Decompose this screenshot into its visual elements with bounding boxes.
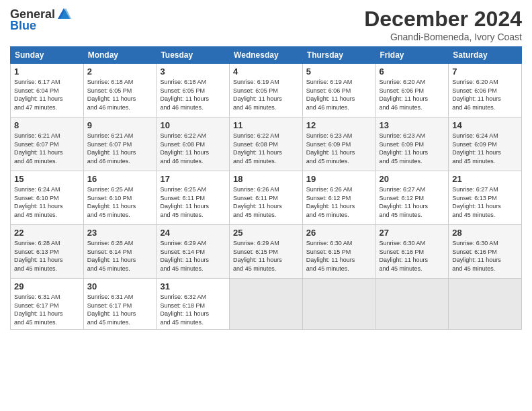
day-info: Sunrise: 6:31 AM Sunset: 6:17 PM Dayligh… [87, 293, 153, 326]
day-info: Sunrise: 6:18 AM Sunset: 6:05 PM Dayligh… [87, 78, 153, 111]
table-row: 25Sunrise: 6:29 AM Sunset: 6:15 PM Dayli… [230, 225, 303, 279]
table-row: 26Sunrise: 6:30 AM Sunset: 6:15 PM Dayli… [302, 225, 375, 279]
day-info: Sunrise: 6:31 AM Sunset: 6:17 PM Dayligh… [14, 293, 80, 326]
calendar-week-1: 1Sunrise: 6:17 AM Sunset: 6:04 PM Daylig… [11, 64, 522, 118]
table-row [302, 279, 375, 330]
table-row: 29Sunrise: 6:31 AM Sunset: 6:17 PM Dayli… [11, 279, 84, 330]
table-row: 11Sunrise: 6:22 AM Sunset: 6:08 PM Dayli… [230, 118, 303, 171]
table-row: 12Sunrise: 6:23 AM Sunset: 6:09 PM Dayli… [302, 118, 375, 171]
day-number: 22 [14, 228, 80, 238]
col-friday: Friday [375, 47, 449, 64]
day-number: 7 [452, 66, 518, 77]
table-row: 28Sunrise: 6:30 AM Sunset: 6:16 PM Dayli… [449, 225, 522, 279]
day-number: 8 [14, 120, 80, 130]
calendar-week-5: 29Sunrise: 6:31 AM Sunset: 6:17 PM Dayli… [11, 279, 522, 330]
day-info: Sunrise: 6:30 AM Sunset: 6:16 PM Dayligh… [452, 239, 518, 273]
day-info: Sunrise: 6:25 AM Sunset: 6:10 PM Dayligh… [87, 185, 153, 219]
day-number: 11 [233, 120, 299, 130]
day-info: Sunrise: 6:32 AM Sunset: 6:18 PM Dayligh… [160, 293, 226, 326]
day-number: 29 [14, 281, 80, 291]
day-number: 24 [160, 228, 226, 238]
table-row: 10Sunrise: 6:22 AM Sunset: 6:08 PM Dayli… [157, 118, 230, 171]
col-monday: Monday [83, 47, 157, 64]
table-row: 19Sunrise: 6:26 AM Sunset: 6:12 PM Dayli… [302, 171, 375, 225]
col-wednesday: Wednesday [230, 47, 303, 64]
col-thursday: Thursday [302, 47, 375, 64]
table-row [375, 279, 449, 330]
day-info: Sunrise: 6:21 AM Sunset: 6:07 PM Dayligh… [87, 132, 153, 165]
day-info: Sunrise: 6:24 AM Sunset: 6:09 PM Dayligh… [452, 132, 518, 165]
day-number: 4 [233, 66, 299, 77]
header: General Blue December 2024 Gnandi-Bomene… [10, 7, 522, 42]
logo-blue: Blue [10, 19, 36, 33]
day-info: Sunrise: 6:17 AM Sunset: 6:04 PM Dayligh… [14, 78, 80, 111]
table-row: 8Sunrise: 6:21 AM Sunset: 6:07 PM Daylig… [11, 118, 84, 171]
day-info: Sunrise: 6:18 AM Sunset: 6:05 PM Dayligh… [160, 78, 226, 111]
table-row: 31Sunrise: 6:32 AM Sunset: 6:18 PM Dayli… [157, 279, 230, 330]
col-tuesday: Tuesday [157, 47, 230, 64]
day-info: Sunrise: 6:26 AM Sunset: 6:12 PM Dayligh… [306, 185, 372, 219]
calendar-week-4: 22Sunrise: 6:28 AM Sunset: 6:13 PM Dayli… [11, 225, 522, 279]
day-info: Sunrise: 6:27 AM Sunset: 6:13 PM Dayligh… [452, 185, 518, 219]
day-info: Sunrise: 6:29 AM Sunset: 6:14 PM Dayligh… [160, 239, 226, 273]
day-number: 13 [380, 120, 445, 130]
day-number: 1 [14, 66, 80, 77]
day-number: 31 [160, 281, 226, 291]
table-row: 27Sunrise: 6:30 AM Sunset: 6:16 PM Dayli… [375, 225, 449, 279]
table-row [230, 279, 303, 330]
day-info: Sunrise: 6:22 AM Sunset: 6:08 PM Dayligh… [160, 132, 226, 165]
page: General Blue December 2024 Gnandi-Bomene… [0, 0, 532, 411]
calendar-header-row: Sunday Monday Tuesday Wednesday Thursday… [11, 47, 522, 64]
day-info: Sunrise: 6:19 AM Sunset: 6:05 PM Dayligh… [233, 78, 299, 111]
day-number: 19 [306, 174, 372, 184]
day-info: Sunrise: 6:19 AM Sunset: 6:06 PM Dayligh… [306, 78, 372, 111]
day-info: Sunrise: 6:26 AM Sunset: 6:11 PM Dayligh… [233, 185, 299, 219]
table-row: 1Sunrise: 6:17 AM Sunset: 6:04 PM Daylig… [11, 64, 84, 118]
table-row: 20Sunrise: 6:27 AM Sunset: 6:12 PM Dayli… [375, 171, 449, 225]
table-row: 2Sunrise: 6:18 AM Sunset: 6:05 PM Daylig… [83, 64, 157, 118]
location-title: Gnandi-Bomeneda, Ivory Coast [364, 32, 522, 42]
table-row: 14Sunrise: 6:24 AM Sunset: 6:09 PM Dayli… [449, 118, 522, 171]
table-row: 17Sunrise: 6:25 AM Sunset: 6:11 PM Dayli… [157, 171, 230, 225]
day-info: Sunrise: 6:23 AM Sunset: 6:09 PM Dayligh… [380, 132, 445, 165]
table-row: 13Sunrise: 6:23 AM Sunset: 6:09 PM Dayli… [375, 118, 449, 171]
day-info: Sunrise: 6:29 AM Sunset: 6:15 PM Dayligh… [233, 239, 299, 273]
table-row: 15Sunrise: 6:24 AM Sunset: 6:10 PM Dayli… [11, 171, 84, 225]
logo: General Blue [10, 7, 71, 33]
table-row: 6Sunrise: 6:20 AM Sunset: 6:06 PM Daylig… [375, 64, 449, 118]
day-number: 9 [87, 120, 153, 130]
day-number: 26 [306, 228, 372, 238]
day-info: Sunrise: 6:24 AM Sunset: 6:10 PM Dayligh… [14, 185, 80, 219]
day-info: Sunrise: 6:30 AM Sunset: 6:16 PM Dayligh… [380, 239, 445, 273]
day-info: Sunrise: 6:22 AM Sunset: 6:08 PM Dayligh… [233, 132, 299, 165]
day-number: 30 [87, 281, 153, 291]
day-number: 16 [87, 174, 153, 184]
day-number: 15 [14, 174, 80, 184]
day-number: 28 [452, 228, 518, 238]
day-info: Sunrise: 6:20 AM Sunset: 6:06 PM Dayligh… [452, 78, 518, 111]
day-info: Sunrise: 6:28 AM Sunset: 6:14 PM Dayligh… [87, 239, 153, 273]
day-number: 14 [452, 120, 518, 130]
table-row [449, 279, 522, 330]
day-info: Sunrise: 6:23 AM Sunset: 6:09 PM Dayligh… [306, 132, 372, 165]
title-area: December 2024 Gnandi-Bomeneda, Ivory Coa… [364, 7, 522, 42]
calendar: Sunday Monday Tuesday Wednesday Thursday… [10, 46, 522, 330]
calendar-week-2: 8Sunrise: 6:21 AM Sunset: 6:07 PM Daylig… [11, 118, 522, 171]
table-row: 21Sunrise: 6:27 AM Sunset: 6:13 PM Dayli… [449, 171, 522, 225]
col-saturday: Saturday [449, 47, 522, 64]
day-number: 18 [233, 174, 299, 184]
table-row: 5Sunrise: 6:19 AM Sunset: 6:06 PM Daylig… [302, 64, 375, 118]
day-number: 25 [233, 228, 299, 238]
month-title: December 2024 [364, 7, 522, 32]
day-number: 23 [87, 228, 153, 238]
table-row: 24Sunrise: 6:29 AM Sunset: 6:14 PM Dayli… [157, 225, 230, 279]
logo-icon [56, 7, 71, 21]
calendar-week-3: 15Sunrise: 6:24 AM Sunset: 6:10 PM Dayli… [11, 171, 522, 225]
table-row: 30Sunrise: 6:31 AM Sunset: 6:17 PM Dayli… [83, 279, 157, 330]
day-info: Sunrise: 6:30 AM Sunset: 6:15 PM Dayligh… [306, 239, 372, 273]
table-row: 7Sunrise: 6:20 AM Sunset: 6:06 PM Daylig… [449, 64, 522, 118]
day-info: Sunrise: 6:25 AM Sunset: 6:11 PM Dayligh… [160, 185, 226, 219]
day-info: Sunrise: 6:28 AM Sunset: 6:13 PM Dayligh… [14, 239, 80, 273]
day-info: Sunrise: 6:21 AM Sunset: 6:07 PM Dayligh… [14, 132, 80, 165]
day-number: 10 [160, 120, 226, 130]
